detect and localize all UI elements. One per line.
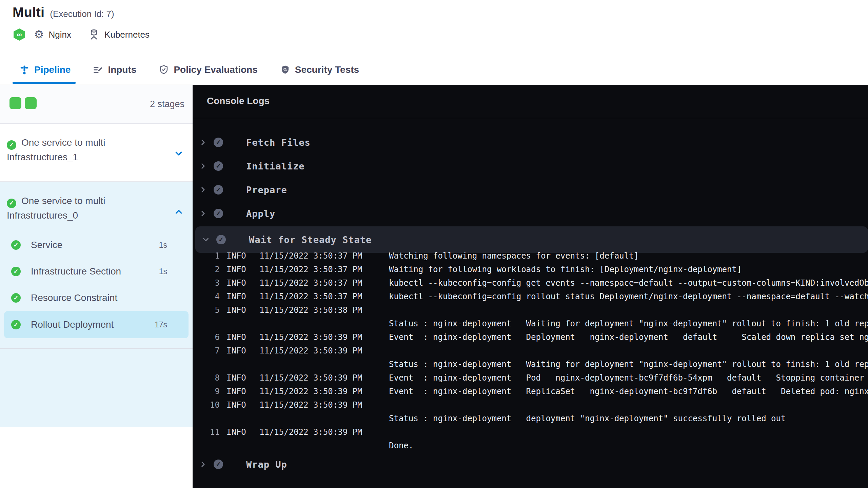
tab-pipeline-label: Pipeline xyxy=(34,64,71,75)
console-step-wrap-up[interactable]: ✓ Wrap Up xyxy=(193,454,868,474)
log-line: 3INFO11/15/2022 3:50:37 PMkubectl --kube… xyxy=(193,276,868,290)
infrastructure-name[interactable]: Kubernetes xyxy=(104,29,150,40)
step-label: Infrastructure Section xyxy=(31,266,121,277)
console-step-prepare[interactable]: ✓ Prepare xyxy=(193,180,868,200)
stage-status-square-2[interactable] xyxy=(25,97,37,109)
step-success-icon: ✓ xyxy=(214,209,223,218)
console-step-label: Fetch Files xyxy=(246,137,311,148)
log-line: 7INFO11/15/2022 3:50:39 PM xyxy=(193,344,868,358)
console-step-label: Initialize xyxy=(246,161,305,171)
stage-item-infrastructures-0: ✓One service to multi Infrastructures_0 … xyxy=(0,182,193,427)
log-line: 2INFO11/15/2022 3:50:37 PMWaiting for fo… xyxy=(193,263,868,276)
policy-shield-check-icon xyxy=(159,65,169,75)
step-label: Service xyxy=(31,240,62,250)
tab-inputs[interactable]: Inputs xyxy=(93,55,136,84)
inputs-icon xyxy=(93,65,103,75)
success-check-icon: ✓ xyxy=(11,320,21,329)
tab-pipeline[interactable]: Pipeline xyxy=(19,55,71,84)
success-check-icon: ✓ xyxy=(11,240,21,250)
title-row: Multi (Execution Id: 7) xyxy=(13,5,114,20)
step-label: Resource Constraint xyxy=(31,292,117,303)
infrastructure-icon xyxy=(88,28,100,41)
success-check-icon: ✓ xyxy=(7,140,16,150)
stage-count-label: 2 stages xyxy=(150,85,184,124)
log-line: Status : nginx-deployment Waiting for de… xyxy=(193,317,868,330)
log-line: 10INFO11/15/2022 3:50:39 PM xyxy=(193,398,868,412)
log-line: Status : nginx-deployment deployment "ng… xyxy=(193,412,868,425)
service-name[interactable]: Nginx xyxy=(49,29,71,40)
tab-security-tests[interactable]: Security Tests xyxy=(280,55,359,84)
stage-head: ✓One service to multi Infrastructures_1 xyxy=(0,124,193,164)
harness-cd-icon: ∞ xyxy=(14,28,25,41)
stage-name: One service to multi Infrastructures_1 xyxy=(7,137,105,162)
log-line: 11INFO11/15/2022 3:50:39 PM xyxy=(193,425,868,439)
success-check-icon: ✓ xyxy=(11,267,21,276)
chevron-right-icon xyxy=(199,162,208,170)
active-tab-underline xyxy=(13,82,76,84)
console-step-label: Prepare xyxy=(246,185,287,195)
chevron-down-icon xyxy=(201,235,210,244)
step-label: Rollout Deployment xyxy=(31,319,114,330)
console-step-apply[interactable]: ✓ Apply xyxy=(193,203,868,224)
stage-name: One service to multi Infrastructures_0 xyxy=(7,196,105,221)
tab-bar: Pipeline Inputs Policy Evaluations xyxy=(0,55,868,84)
step-success-icon: ✓ xyxy=(214,185,223,195)
step-rollout-deployment[interactable]: ✓ Rollout Deployment 17s xyxy=(4,311,189,338)
step-resource-constraint[interactable]: ✓ Resource Constraint xyxy=(0,285,193,311)
execution-header: Multi (Execution Id: 7) ∞ ⚙ Nginx Kubern… xyxy=(0,0,868,55)
step-infrastructure-section[interactable]: ✓ Infrastructure Section 1s xyxy=(0,258,193,285)
console-logs-title: Console Logs xyxy=(207,96,270,106)
execution-id: (Execution Id: 7) xyxy=(50,9,114,19)
pipeline-icon xyxy=(19,65,29,75)
console-step-fetch-files[interactable]: ✓ Fetch Files xyxy=(193,132,868,152)
step-list: ✓ Service 1s ✓ Infrastructure Section 1s… xyxy=(0,232,193,338)
stage-sidebar: 2 stages ✓One service to multi Infrastru… xyxy=(0,85,193,488)
log-line: 6INFO11/15/2022 3:50:39 PMEvent : nginx-… xyxy=(193,330,868,344)
chevron-right-icon xyxy=(199,185,208,194)
log-line: 8INFO11/15/2022 3:50:39 PMEvent : nginx-… xyxy=(193,371,868,385)
log-line: 4INFO11/15/2022 3:50:37 PMkubectl --kube… xyxy=(193,290,868,303)
step-duration: 1s xyxy=(159,267,167,276)
console-logs-panel: Console Logs ✓ Fetch Files ✓ Initialize … xyxy=(193,85,868,488)
log-line: 5INFO11/15/2022 3:50:38 PM xyxy=(193,303,868,317)
divider xyxy=(0,348,193,349)
console-step-label: Wrap Up xyxy=(246,459,287,470)
log-lines: 1INFO11/15/2022 3:50:37 PMWatching follo… xyxy=(193,249,868,452)
pipeline-execution-page: Multi (Execution Id: 7) ∞ ⚙ Nginx Kubern… xyxy=(0,0,868,488)
step-service[interactable]: ✓ Service 1s xyxy=(0,232,193,258)
step-success-icon: ✓ xyxy=(214,161,223,171)
chevron-right-icon xyxy=(199,209,208,218)
console-step-label: Apply xyxy=(246,208,275,219)
stage-status-square-1[interactable] xyxy=(9,97,21,109)
success-check-icon: ✓ xyxy=(11,293,21,303)
execution-meta-row: ∞ ⚙ Nginx Kubernetes xyxy=(14,28,150,41)
divider xyxy=(193,118,868,118)
step-duration: 1s xyxy=(159,241,167,250)
step-success-icon: ✓ xyxy=(216,235,226,244)
tab-inputs-label: Inputs xyxy=(108,64,136,75)
tab-security-tests-label: Security Tests xyxy=(295,64,359,75)
log-line: 9INFO11/15/2022 3:50:39 PMEvent : nginx-… xyxy=(193,385,868,398)
chevron-down-icon[interactable] xyxy=(174,148,184,163)
log-line: Status : nginx-deployment Waiting for de… xyxy=(193,358,868,371)
console-step-label: Wait for Steady State xyxy=(249,235,372,245)
chevron-up-icon[interactable] xyxy=(174,206,184,221)
tab-policy-evaluations-label: Policy Evaluations xyxy=(174,64,257,75)
security-shield-icon xyxy=(280,65,290,75)
step-duration: 17s xyxy=(155,320,167,329)
service-gear-icon: ⚙ xyxy=(34,28,44,41)
log-line: Done. xyxy=(193,439,868,452)
success-check-icon: ✓ xyxy=(7,199,16,208)
chevron-right-icon xyxy=(199,138,208,147)
stages-summary-bar: 2 stages xyxy=(0,85,193,124)
step-success-icon: ✓ xyxy=(214,138,223,147)
stage-head[interactable]: ✓One service to multi Infrastructures_0 xyxy=(0,182,193,223)
stage-item-infrastructures-1[interactable]: ✓One service to multi Infrastructures_1 xyxy=(0,124,193,182)
console-step-initialize[interactable]: ✓ Initialize xyxy=(193,156,868,176)
chevron-right-icon xyxy=(199,460,208,469)
page-title: Multi xyxy=(13,5,44,20)
log-line: 1INFO11/15/2022 3:50:37 PMWatching follo… xyxy=(193,249,868,263)
step-success-icon: ✓ xyxy=(214,460,223,469)
tab-policy-evaluations[interactable]: Policy Evaluations xyxy=(159,55,257,84)
